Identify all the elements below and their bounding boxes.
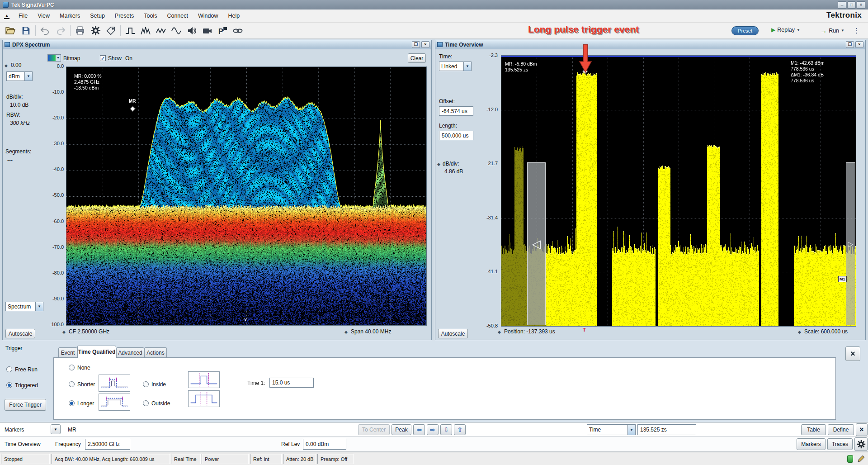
peak-left-arrow-button[interactable]: ⇦ (413, 424, 425, 435)
traces-panel-button[interactable]: Traces (827, 438, 853, 450)
eject-icon[interactable]: ▲ (0, 13, 14, 19)
tov-panel-titlebar[interactable]: Time Overview ❐ × (435, 40, 865, 49)
offset-input[interactable]: -64.574 us (439, 106, 473, 116)
menu-presets[interactable]: Presets (110, 10, 139, 21)
inside-radio[interactable] (143, 381, 149, 387)
tov-graph-area[interactable]: MR: -5.80 dBm 135.525 zs M1: -42.63 dBm … (501, 55, 856, 327)
none-radio[interactable] (69, 365, 75, 370)
marker-value-input[interactable]: 135.525 zs (637, 424, 696, 435)
frequency-input[interactable]: 2.50000 GHz (85, 439, 130, 450)
menu-help[interactable]: Help (223, 10, 245, 21)
peak-right-arrow-button[interactable]: ⇨ (427, 424, 439, 435)
open-folder-icon[interactable] (3, 24, 18, 38)
to-center-button[interactable]: To Center (358, 424, 390, 435)
close-trigger-button[interactable]: × (845, 346, 860, 361)
scale-spinner[interactable]: ◆ (798, 330, 801, 334)
analysis-right-handle[interactable]: ▷ (846, 162, 855, 325)
edit-pencil-icon[interactable] (857, 455, 865, 463)
trace-type-combo[interactable]: Spectrum▼ (5, 302, 43, 311)
cf-spinner[interactable]: ◆ (62, 330, 66, 334)
show-checkbox[interactable]: ✓ (100, 55, 106, 61)
outside-radio[interactable] (143, 400, 149, 406)
run-control[interactable]: → Run ▼ (820, 27, 844, 34)
marker-table-button[interactable]: Table (801, 424, 826, 435)
save-icon[interactable] (18, 24, 33, 38)
spectrum-peaks-icon[interactable] (138, 24, 153, 38)
marker-define-button[interactable]: Define (828, 424, 854, 435)
settings-gear-button[interactable] (854, 437, 868, 451)
tag-icon[interactable] (103, 24, 118, 38)
ref-level-spinner[interactable]: ◆ (5, 63, 8, 68)
redo-icon[interactable] (53, 24, 68, 38)
tov-dbdiv-value[interactable]: 4.86 dB (444, 168, 463, 175)
triggered-radio[interactable] (6, 382, 12, 388)
zigzag-wave-icon[interactable] (153, 24, 169, 38)
markers-panel-button[interactable]: Markers (797, 438, 826, 450)
tab-event[interactable]: Event (58, 347, 77, 358)
span-spinner[interactable]: ◆ (344, 330, 348, 334)
preset-button[interactable]: Preset (731, 26, 759, 35)
clear-button[interactable]: Clear (408, 53, 426, 63)
audio-speaker-icon[interactable] (184, 24, 199, 38)
close-button[interactable]: × (857, 1, 865, 9)
dpx-panel-titlebar[interactable]: DPX Spectrum ❐ × (3, 40, 431, 49)
force-trigger-button[interactable]: Force Trigger (5, 399, 46, 411)
menu-markers[interactable]: Markers (55, 10, 85, 21)
close-markers-button[interactable]: × (856, 423, 868, 436)
sine-wave-icon[interactable] (169, 24, 184, 38)
ref-level-value[interactable]: 0.00 (11, 62, 21, 68)
trigger-pulse-icon[interactable] (123, 24, 138, 38)
p-flag-icon[interactable]: P (215, 24, 230, 38)
undo-icon[interactable] (38, 24, 53, 38)
dpx-graph-area[interactable]: MR: 0.000 % 2.4875 GHz -18.50 dBm MR ∨ (66, 66, 427, 326)
maximize-button[interactable]: □ (847, 1, 856, 9)
m1-marker-tag[interactable]: M1 (838, 276, 847, 282)
scale-readout[interactable]: Scale: 600.000 us (804, 328, 848, 335)
shorter-radio[interactable] (69, 381, 75, 387)
camera-icon[interactable] (199, 24, 215, 38)
markers-dropdown-button[interactable]: ▼ (51, 424, 61, 434)
menu-file[interactable]: File (14, 10, 33, 21)
peak-down-arrow-button[interactable]: ⇩ (440, 424, 452, 435)
print-icon[interactable] (72, 24, 88, 38)
menu-view[interactable]: View (33, 10, 55, 21)
ref-level-input[interactable]: 0.00 dBm (303, 439, 346, 450)
overflow-dots-icon[interactable]: ⋮ (853, 27, 860, 35)
bitmap-style-selector[interactable]: ▼ (47, 54, 61, 62)
replay-control[interactable]: ▶ Replay ▼ (771, 27, 800, 33)
analysis-left-handle[interactable]: ◁ (527, 162, 546, 325)
link-chain-icon[interactable] (230, 24, 245, 38)
marker-domain-combo[interactable]: Time▼ (587, 424, 636, 435)
time1-input[interactable]: 15.0 us (269, 378, 314, 388)
tab-actions[interactable]: Actions (144, 347, 167, 358)
position-readout[interactable]: Position: -137.393 us (504, 328, 555, 335)
close-panel-button[interactable]: × (855, 41, 863, 48)
free-run-radio[interactable] (6, 366, 12, 372)
minimize-button[interactable]: – (838, 1, 846, 9)
cf-readout[interactable]: CF 2.50000 GHz (69, 328, 109, 335)
time-mode-combo[interactable]: Linked▼ (439, 62, 472, 71)
restore-panel-button[interactable]: ❐ (412, 41, 420, 48)
tab-time-qualified[interactable]: Time Qualified (77, 346, 116, 358)
span-readout[interactable]: Span 40.00 MHz (351, 328, 391, 335)
dpx-autoscale-button[interactable]: Autoscale (5, 329, 35, 338)
menu-tools[interactable]: Tools (139, 10, 162, 21)
menu-window[interactable]: Window (193, 10, 223, 21)
tov-autoscale-button[interactable]: Autoscale (438, 329, 468, 338)
menu-connect[interactable]: Connect (162, 10, 193, 21)
settings-gear-icon[interactable] (88, 24, 103, 38)
peak-up-arrow-button[interactable]: ⇧ (454, 424, 466, 435)
unit-combo[interactable]: dBm▼ (6, 71, 33, 81)
dbdiv-value[interactable]: 10.0 dB (10, 102, 28, 108)
time-overview-canvas[interactable] (501, 56, 856, 326)
menu-setup[interactable]: Setup (85, 10, 110, 21)
length-input[interactable]: 500.000 us (439, 131, 473, 140)
position-spinner[interactable]: ◆ (498, 330, 501, 334)
tov-dbdiv-spinner[interactable]: ◆ (437, 162, 440, 166)
tab-advanced[interactable]: Advanced (116, 347, 144, 358)
peak-button[interactable]: Peak (392, 424, 411, 435)
dpx-spectrum-canvas[interactable] (66, 67, 426, 325)
restore-panel-button[interactable]: ❐ (846, 41, 854, 48)
close-panel-button[interactable]: × (421, 41, 429, 48)
longer-radio[interactable] (69, 400, 75, 406)
